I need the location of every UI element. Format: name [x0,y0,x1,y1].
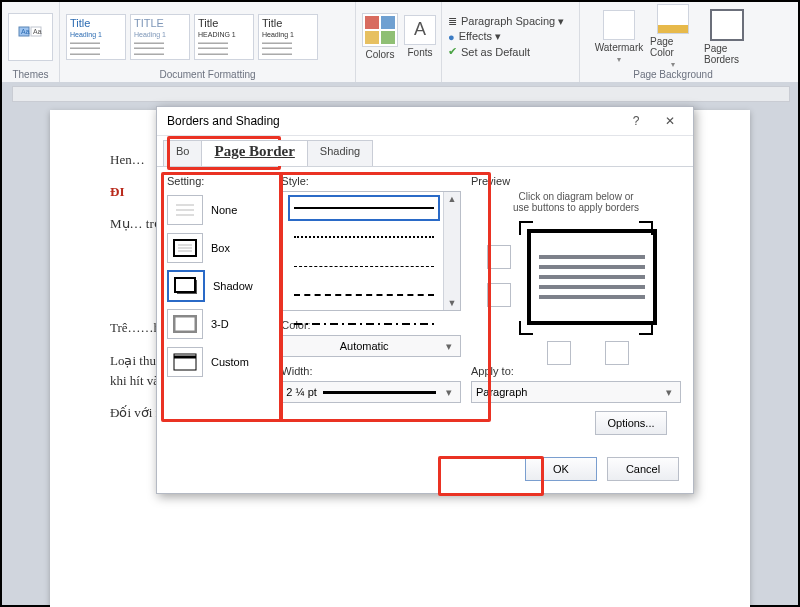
page-color-icon [657,4,689,34]
themes-icon: AaAa [18,26,44,48]
setting-option-label: Shadow [213,280,253,292]
border-bottom-button[interactable] [487,283,511,307]
setting-option-label: None [211,204,237,216]
apply-to-label: Apply to: [471,365,681,377]
3-d-setting-icon [167,309,203,339]
style-listbox[interactable]: ▲▼ [281,191,461,311]
border-right-button[interactable] [605,341,629,365]
shadow-setting-icon [167,270,205,302]
style-option-solid[interactable] [288,195,440,221]
border-top-button[interactable] [487,245,511,269]
setting-option-none[interactable]: None [167,191,271,229]
style-set-card[interactable]: TitleHeading 1▬▬▬▬▬▬▬▬▬▬▬▬▬▬▬▬▬▬ [66,14,126,60]
tab-borders[interactable]: Bo [163,140,202,166]
style-set-gallery[interactable]: TitleHeading 1▬▬▬▬▬▬▬▬▬▬▬▬▬▬▬▬▬▬TITLEHea… [66,4,349,69]
apply-to-dropdown[interactable]: Paragraph▾ [471,381,681,403]
themes-label: Themes [8,69,53,82]
page-borders-button[interactable]: Page Borders [704,9,750,65]
width-dropdown[interactable]: 2 ¼ pt▾ [281,381,461,403]
options-button[interactable]: Options... [595,411,667,435]
svg-text:Aa: Aa [33,28,42,35]
close-button[interactable]: ✕ [653,109,687,133]
style-set-card[interactable]: TITLEHeading 1▬▬▬▬▬▬▬▬▬▬▬▬▬▬▬▬▬▬ [130,14,190,60]
dialog-tabs: Bo Page Border Shading [157,136,693,167]
check-icon: ✔ [448,45,457,58]
setting-option-shadow[interactable]: Shadow [167,267,271,305]
tab-page-border[interactable]: Page Border [201,140,307,166]
chevron-down-icon: ▾ [442,340,456,353]
colors-icon [362,13,398,47]
cancel-button[interactable]: Cancel [607,457,679,481]
setting-option-label: 3-D [211,318,229,330]
dialog-titlebar[interactable]: Borders and Shading ? ✕ [157,107,693,136]
setting-option-box[interactable]: Box [167,229,271,267]
scroll-down-icon[interactable]: ▼ [448,298,457,308]
preview-hint: Click on diagram below oruse buttons to … [471,191,681,213]
ribbon: AaAa Themes TitleHeading 1▬▬▬▬▬▬▬▬▬▬▬▬▬▬… [2,2,798,83]
style-label: Style: [281,175,461,187]
preview-box [527,229,657,325]
effects-button[interactable]: ●Effects ▾ [448,30,501,43]
svg-rect-13 [175,278,195,292]
preview-label: Preview [471,175,681,187]
help-button[interactable]: ? [619,109,653,133]
style-scrollbar[interactable]: ▲▼ [443,192,460,310]
set-as-default-button[interactable]: ✔Set as Default [448,45,530,58]
color-dropdown[interactable]: Automatic▾ [281,335,461,357]
border-left-button[interactable] [547,341,571,365]
chevron-down-icon: ▾ [662,386,676,399]
chevron-down-icon: ▾ [442,386,456,399]
watermark-icon [603,10,635,40]
fonts-button[interactable]: A Fonts [404,15,436,58]
setting-option-custom[interactable]: Custom [167,343,271,381]
style-option-dashed-fine[interactable] [288,253,440,279]
style-option-dashed[interactable] [288,282,440,308]
box-setting-icon [167,233,203,263]
tab-shading[interactable]: Shading [307,140,373,166]
ruler[interactable] [12,86,790,102]
style-set-card[interactable]: TitleHEADING 1▬▬▬▬▬▬▬▬▬▬▬▬▬▬▬▬▬▬ [194,14,254,60]
style-set-card[interactable]: TitleHeading 1▬▬▬▬▬▬▬▬▬▬▬▬▬▬▬▬▬▬ [258,14,318,60]
ok-button[interactable]: OK [525,457,597,481]
page-borders-icon [710,9,744,41]
spacing-icon: ≣ [448,15,457,28]
setting-option-3-d[interactable]: 3-D [167,305,271,343]
preview-diagram[interactable] [471,223,681,365]
style-option-dashdot[interactable] [288,311,440,337]
fonts-icon: A [404,15,436,45]
effects-icon: ● [448,31,455,43]
page-color-button[interactable]: Page Color▾ [650,4,696,69]
custom-setting-icon [167,347,203,377]
svg-rect-14 [174,316,196,332]
width-label: Width: [281,365,461,377]
paragraph-spacing-button[interactable]: ≣Paragraph Spacing ▾ [448,15,564,28]
themes-button[interactable]: AaAa [8,13,53,61]
watermark-button[interactable]: Watermark▾ [596,10,642,64]
svg-text:Aa: Aa [21,28,30,35]
setting-option-label: Custom [211,356,249,368]
borders-and-shading-dialog: Borders and Shading ? ✕ Bo Page Border S… [156,106,694,494]
document-formatting-label: Document Formatting [66,69,349,82]
dialog-title: Borders and Shading [167,114,280,128]
colors-button[interactable]: Colors [362,13,398,60]
style-option-dotted[interactable] [288,224,440,250]
setting-label: Setting: [167,175,271,187]
none-setting-icon [167,195,203,225]
setting-option-label: Box [211,242,230,254]
page-background-label: Page Background [586,69,760,82]
scroll-up-icon[interactable]: ▲ [448,194,457,204]
